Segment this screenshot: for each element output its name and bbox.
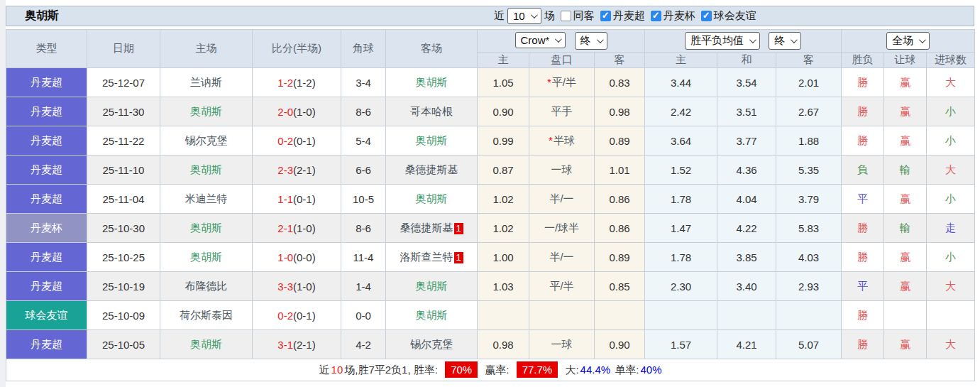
- result-handicap: 赢: [884, 185, 927, 214]
- result-outcome: 負: [842, 156, 884, 185]
- result-outcome: 平: [842, 185, 884, 214]
- result-outcome: 勝: [842, 68, 884, 97]
- match-row: 丹麦超25-11-30奥胡斯2-0(1-0)8-6哥本哈根0.90平手0.982…: [6, 97, 975, 126]
- handicap-home-odds: [478, 301, 529, 330]
- result-goals: 大: [927, 68, 975, 97]
- avg-home-odds: 1.78: [645, 185, 717, 214]
- sub-header-goals: 进球数: [927, 53, 975, 68]
- league-type-badge: 丹麦超: [6, 272, 87, 301]
- win-odds-label: 赢率:: [485, 364, 509, 376]
- avg-draw-odds: 3.54: [717, 68, 776, 97]
- half-time-score: (1-0): [293, 106, 316, 118]
- home-team-name: 荷尔斯泰因: [180, 309, 233, 321]
- red-card-badge: 1: [454, 252, 463, 263]
- summary-record: 场,胜7平2负1, 胜率:: [344, 364, 438, 376]
- result-handicap: 輸: [884, 156, 927, 185]
- league-type-badge: 丹麦超: [6, 330, 87, 359]
- league-type-badge: 丹麦杯: [6, 214, 87, 243]
- match-date: 25-11-04: [87, 185, 160, 214]
- avg-away-odds: 4.03: [776, 243, 842, 272]
- half-time-score: (0-0): [293, 251, 316, 263]
- sub-header-handicap-home: 主: [478, 53, 529, 68]
- away-team-name: 洛斯查兰特: [400, 251, 453, 263]
- europe-odds-select[interactable]: 胜平负均值: [685, 32, 760, 50]
- club-friendly-checkbox[interactable]: [701, 11, 712, 21]
- avg-away-odds: 1.88: [776, 126, 842, 156]
- result-outcome: 勝: [842, 243, 884, 272]
- avg-home-odds: 1.52: [645, 156, 717, 185]
- avg-home-odds: 1.47: [645, 214, 717, 243]
- away-team-name: 桑德捷斯基: [405, 163, 458, 175]
- result-goals: 小: [927, 126, 975, 156]
- away-team: 桑德捷斯基1: [386, 214, 478, 243]
- handicap-home-odds: 1.00: [478, 243, 529, 272]
- avg-draw-odds: 4.04: [717, 185, 776, 214]
- result-handicap: [884, 301, 927, 330]
- summary-recent-count: 10: [331, 364, 343, 376]
- sub-header-handicap-line: 盘口: [529, 53, 595, 68]
- result-goals: 大: [927, 272, 975, 301]
- home-team: 奥胡斯: [160, 330, 253, 359]
- team-history-widget: 奥胡斯 近 10 场 同客 丹麦超 丹麦杯 球会友谊: [6, 6, 974, 381]
- handicap-away-odds: [595, 301, 645, 330]
- same-away-label: 同客: [573, 9, 595, 23]
- away-team-name: 奥胡斯: [416, 280, 448, 292]
- odds-final-select[interactable]: 终: [575, 32, 607, 50]
- match-row: 丹麦杯25-10-30奥胡斯2-1(1-0)8-6桑德捷斯基11.02一/球半0…: [6, 214, 975, 243]
- filter-controls: 近 10 场 同客 丹麦超 丹麦杯 球会友谊: [494, 6, 756, 26]
- col-header-score: 比分(半场): [253, 30, 341, 68]
- danish-cup-checkbox[interactable]: [651, 11, 661, 21]
- full-time-score: 2-0: [277, 106, 293, 118]
- danish-superliga-label: 丹麦超: [613, 9, 645, 23]
- result-goals: 走: [927, 214, 975, 243]
- home-team-name: 奥胡斯: [190, 105, 222, 117]
- win-odds-badge: 77.7%: [517, 361, 558, 378]
- league-type-badge: 丹麦超: [6, 243, 87, 272]
- single-label: 单率:: [615, 364, 639, 376]
- home-team: 布隆德比: [160, 272, 253, 301]
- match-date: 25-12-07: [87, 68, 160, 97]
- handicap-line: 半/一: [529, 243, 595, 272]
- match-row: 丹麦超25-10-19布隆德比3-3(1-0)1-4奥胡斯1.03平/半0.85…: [6, 272, 975, 301]
- away-team-name: 奥胡斯: [416, 192, 448, 205]
- same-away-checkbox[interactable]: [561, 11, 571, 21]
- home-team-name: 奥胡斯: [190, 338, 222, 350]
- avg-home-odds: 1.57: [645, 330, 717, 359]
- col-header-date: 日期: [87, 30, 160, 68]
- big-label: 大:: [565, 364, 578, 376]
- handicap-home-odds: 1.03: [478, 272, 529, 301]
- home-team: 奥胡斯: [160, 156, 253, 185]
- handicap-line-text: 平手: [551, 105, 573, 117]
- match-date: 25-11-10: [87, 156, 160, 185]
- avg-away-odds: 5.35: [776, 156, 842, 185]
- full-time-score: 1-0: [277, 251, 293, 263]
- score-cell: 1-0(0-0): [253, 243, 341, 272]
- half-time-score: (1-0): [293, 222, 316, 234]
- match-count-select[interactable]: 10: [507, 8, 541, 24]
- score-cell: 1-2(1-2): [253, 68, 341, 97]
- scope-select[interactable]: 全场: [886, 32, 930, 50]
- score-cell: 2-1(1-0): [253, 214, 341, 243]
- home-team: 奥胡斯: [160, 243, 253, 272]
- handicap-line-text: 半/一: [549, 251, 573, 263]
- single-rate: 40%: [640, 364, 661, 376]
- handicap-away-odds: 0.98: [595, 97, 645, 126]
- avg-home-odds: 3.44: [645, 68, 717, 97]
- handicap-group-header: Crow* 终: [478, 30, 645, 53]
- europe-final-select[interactable]: 终: [769, 32, 801, 50]
- score-cell: 0-2(0-1): [253, 126, 341, 156]
- half-time-score: (0-1): [293, 310, 316, 322]
- league-type-badge: 球会友谊: [6, 301, 87, 330]
- odds-provider-select[interactable]: Crow*: [515, 32, 566, 48]
- home-team: 奥胡斯: [160, 97, 253, 126]
- europe-odds-group-header: 胜平负均值 终: [645, 30, 842, 53]
- result-outcome: 勝: [842, 214, 884, 243]
- danish-superliga-checkbox[interactable]: [600, 11, 611, 21]
- match-row: 丹麦超25-10-05奥胡斯3-1(2-1)4-2锡尔克堡0.98一球0.901…: [6, 330, 975, 359]
- result-outcome: 勝: [842, 97, 884, 126]
- handicap-line-text: 半球: [554, 134, 575, 146]
- avg-away-odds: 2.01: [776, 68, 842, 97]
- handicap-line: 平/半: [529, 272, 595, 301]
- result-handicap: 赢: [884, 243, 927, 272]
- handicap-line: 半/一: [529, 185, 595, 214]
